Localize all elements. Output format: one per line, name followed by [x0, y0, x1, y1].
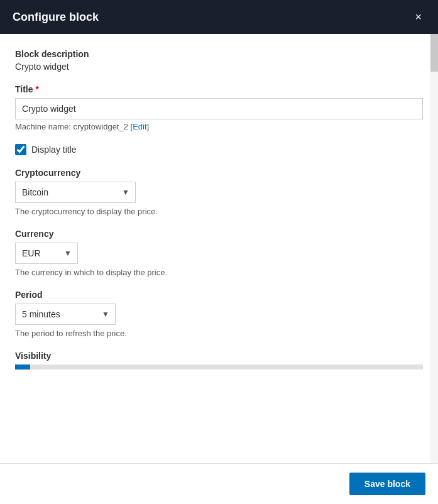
- close-button[interactable]: ×: [411, 10, 425, 24]
- period-select[interactable]: 5 minutes 10 minutes 30 minutes 1 hour: [15, 304, 116, 325]
- scrollbar-thumb[interactable]: [430, 34, 438, 72]
- dialog-body: Block description Crypto widget Title * …: [0, 34, 438, 504]
- currency-label: Currency: [15, 229, 423, 239]
- cryptocurrency-help: The cryptocurrency to display the price.: [15, 207, 423, 216]
- title-field-group: Title * Machine name: cryptowidget_2 [Ed…: [15, 84, 423, 131]
- dialog-footer: Save block: [0, 463, 438, 504]
- display-title-row: Display title: [15, 144, 423, 155]
- currency-help: The currency in which to display the pri…: [15, 268, 423, 277]
- cryptocurrency-group: Cryptocurrency Bitcoin Ethereum Litecoin…: [15, 168, 423, 216]
- cryptocurrency-label: Cryptocurrency: [15, 168, 423, 178]
- cryptocurrency-select[interactable]: Bitcoin Ethereum Litecoin: [15, 182, 136, 203]
- currency-group: Currency EUR USD GBP ▼ The currency in w…: [15, 229, 423, 277]
- block-description-group: Block description Crypto widget: [15, 49, 423, 72]
- display-title-label[interactable]: Display title: [31, 145, 77, 155]
- visibility-bar: [15, 364, 423, 370]
- currency-select-wrapper: EUR USD GBP ▼: [15, 243, 78, 264]
- visibility-label: Visibility: [15, 351, 423, 361]
- currency-select[interactable]: EUR USD GBP: [15, 243, 78, 264]
- block-description-label: Block description: [15, 49, 423, 59]
- title-label: Title *: [15, 84, 423, 94]
- period-group: Period 5 minutes 10 minutes 30 minutes 1…: [15, 290, 423, 338]
- machine-name: Machine name: cryptowidget_2 [Edit]: [15, 122, 423, 131]
- period-label: Period: [15, 290, 423, 300]
- machine-name-edit-link[interactable]: Edit: [133, 122, 146, 131]
- scrollbar-track: ▲ ▼: [430, 34, 438, 504]
- visibility-group: Visibility: [15, 351, 423, 370]
- block-description-value: Crypto widget: [15, 62, 423, 72]
- period-help: The period to refresh the price.: [15, 329, 423, 338]
- configure-block-dialog: Configure block × Block description Cryp…: [0, 0, 438, 504]
- display-title-checkbox[interactable]: [15, 144, 26, 155]
- visibility-indicator: [15, 364, 30, 370]
- save-block-button[interactable]: Save block: [349, 473, 425, 495]
- dialog-header: Configure block ×: [0, 0, 438, 34]
- dialog-title: Configure block: [13, 11, 99, 24]
- title-input[interactable]: [15, 98, 423, 119]
- cryptocurrency-select-wrapper: Bitcoin Ethereum Litecoin ▼: [15, 182, 136, 203]
- period-select-wrapper: 5 minutes 10 minutes 30 minutes 1 hour ▼: [15, 304, 116, 325]
- required-star: *: [36, 84, 39, 94]
